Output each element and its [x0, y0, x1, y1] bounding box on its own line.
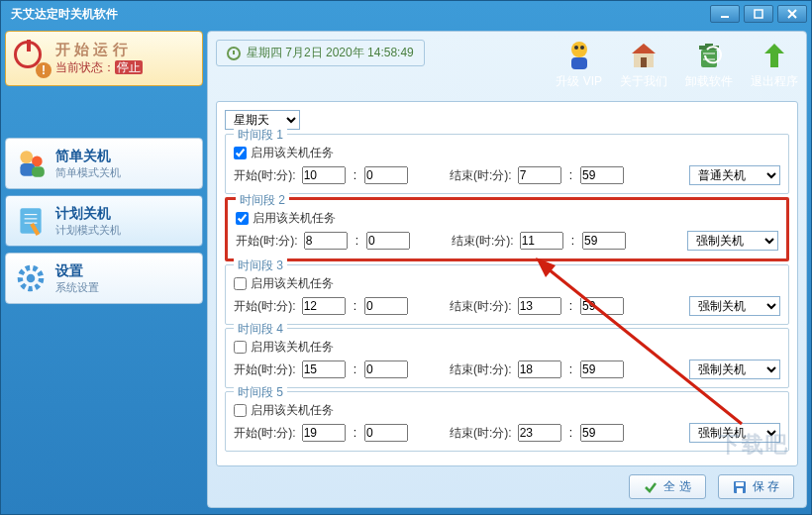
bottom-bar: 全 选 保 存	[216, 466, 798, 499]
start-hour[interactable]	[304, 232, 348, 250]
timeslot-1: 时间段 1启用该关机任务开始(时:分)::结束(时:分)::普通关机	[225, 134, 789, 194]
end-min[interactable]	[580, 297, 624, 315]
start-label: 开始(时:分):	[234, 298, 296, 315]
gear-icon	[14, 261, 48, 295]
timeslot-2: 时间段 2启用该关机任务开始(时:分)::结束(时:分)::强制关机	[225, 197, 789, 261]
enable-task[interactable]: 启用该关机任务	[234, 339, 334, 356]
nav-plan-shutdown[interactable]: 计划关机计划模式关机	[5, 195, 203, 247]
end-min[interactable]	[582, 232, 626, 250]
enable-task[interactable]: 启用该关机任务	[234, 145, 334, 161]
legend: 时间段 5	[234, 384, 287, 401]
enable-checkbox[interactable]	[234, 341, 247, 354]
notepad-icon	[14, 204, 48, 238]
svg-rect-18	[571, 57, 587, 69]
datetime-text: 星期四 7月2日 2020年 14:58:49	[247, 45, 414, 61]
enable-task[interactable]: 启用该关机任务	[236, 210, 336, 227]
power-icon: !	[14, 41, 50, 76]
timeslot-5: 时间段 5启用该关机任务开始(时:分)::结束(时:分)::强制关机	[225, 391, 789, 452]
start-min[interactable]	[364, 297, 408, 315]
toolbar: 升级 VIP 关于我们 卸载软件 退出程序	[556, 40, 798, 90]
legend: 时间段 2	[236, 192, 289, 209]
sidebar: ! 开 始 运 行 当前状态：停止 简单关机简单模式关机 计划关机计划模式关机 …	[5, 31, 203, 508]
clock-icon	[227, 47, 241, 60]
end-label: 结束(时:分):	[450, 425, 512, 442]
end-label: 结束(时:分):	[450, 167, 512, 184]
select-all-button[interactable]: 全 选	[629, 474, 705, 499]
run-title: 开 始 运 行	[55, 41, 143, 59]
close-button[interactable]	[777, 5, 807, 23]
shutdown-type-select[interactable]: 普通关机	[689, 165, 780, 185]
start-min[interactable]	[366, 232, 410, 250]
nav-settings[interactable]: 设置系统设置	[5, 253, 203, 304]
end-hour[interactable]	[518, 297, 561, 315]
main-panel: 星期四 7月2日 2020年 14:58:49 升级 VIP 关于我们 卸载软件…	[207, 31, 807, 508]
content: ! 开 始 运 行 当前状态：停止 简单关机简单模式关机 计划关机计划模式关机 …	[1, 27, 811, 512]
save-button[interactable]: 保 存	[718, 474, 794, 499]
nav-title: 设置	[55, 262, 99, 280]
people-icon	[14, 147, 48, 180]
nav-sub: 计划模式关机	[55, 223, 121, 238]
end-hour[interactable]	[518, 424, 561, 442]
enable-checkbox[interactable]	[234, 147, 247, 159]
shutdown-type-select[interactable]: 强制关机	[689, 296, 780, 316]
tool-uninstall[interactable]: 卸载软件	[685, 40, 733, 90]
topbar: 星期四 7月2日 2020年 14:58:49 升级 VIP 关于我们 卸载软件…	[216, 40, 798, 95]
run-box[interactable]: ! 开 始 运 行 当前状态：停止	[5, 31, 203, 86]
start-label: 开始(时:分):	[234, 425, 296, 442]
shutdown-type-select[interactable]: 强制关机	[687, 231, 778, 251]
start-min[interactable]	[364, 360, 408, 378]
end-label: 结束(时:分):	[452, 233, 514, 250]
svg-rect-25	[736, 482, 744, 486]
enable-task[interactable]: 启用该关机任务	[234, 275, 334, 292]
legend: 时间段 4	[234, 321, 287, 338]
svg-point-15	[571, 42, 587, 57]
enable-checkbox[interactable]	[236, 212, 249, 225]
enable-task[interactable]: 启用该关机任务	[234, 402, 334, 419]
app-window: 天艾达定时关机软件 ! 开 始 运 行 当前状态：停止 简单关机简单模式关机	[0, 0, 812, 515]
svg-rect-20	[701, 50, 717, 67]
start-min[interactable]	[364, 166, 408, 184]
svg-point-17	[580, 46, 584, 50]
svg-rect-7	[32, 166, 45, 177]
form-area: 星期天 时间段 1启用该关机任务开始(时:分)::结束(时:分)::普通关机时间…	[216, 101, 798, 466]
end-hour[interactable]	[520, 232, 563, 250]
legend: 时间段 1	[234, 127, 287, 144]
nav-title: 简单关机	[55, 148, 121, 165]
enable-checkbox[interactable]	[234, 404, 247, 417]
nav-simple-shutdown[interactable]: 简单关机简单模式关机	[5, 138, 203, 189]
svg-point-14	[27, 274, 36, 283]
start-hour[interactable]	[302, 297, 346, 315]
end-hour[interactable]	[518, 360, 561, 378]
start-hour[interactable]	[302, 424, 346, 442]
app-title: 天艾达定时关机软件	[11, 6, 118, 23]
tool-exit[interactable]: 退出程序	[751, 40, 798, 90]
start-hour[interactable]	[302, 360, 346, 378]
svg-rect-26	[737, 488, 743, 493]
start-hour[interactable]	[302, 166, 346, 184]
svg-point-4	[20, 151, 33, 163]
end-min[interactable]	[580, 360, 624, 378]
start-label: 开始(时:分):	[234, 167, 296, 184]
maximize-button[interactable]	[744, 5, 773, 23]
start-min[interactable]	[364, 424, 408, 442]
tool-vip[interactable]: 升级 VIP	[556, 40, 602, 90]
end-hour[interactable]	[518, 166, 561, 184]
nav-title: 计划关机	[55, 205, 121, 223]
shutdown-type-select[interactable]: 强制关机	[689, 360, 780, 379]
svg-rect-19	[641, 57, 647, 67]
legend: 时间段 3	[234, 258, 287, 274]
start-label: 开始(时:分):	[236, 233, 298, 250]
nav-sub: 系统设置	[55, 280, 99, 295]
end-label: 结束(时:分):	[450, 361, 512, 378]
tool-about[interactable]: 关于我们	[620, 40, 667, 90]
end-min[interactable]	[580, 424, 624, 442]
end-min[interactable]	[580, 166, 624, 184]
enable-checkbox[interactable]	[234, 277, 247, 290]
svg-rect-8	[20, 208, 41, 234]
watermark: 下载吧	[718, 430, 789, 460]
start-label: 开始(时:分):	[234, 361, 296, 378]
timeslot-4: 时间段 4启用该关机任务开始(时:分)::结束(时:分)::强制关机	[225, 328, 789, 388]
minimize-button[interactable]	[710, 5, 740, 23]
nav-sub: 简单模式关机	[55, 165, 121, 180]
svg-rect-1	[755, 10, 762, 18]
